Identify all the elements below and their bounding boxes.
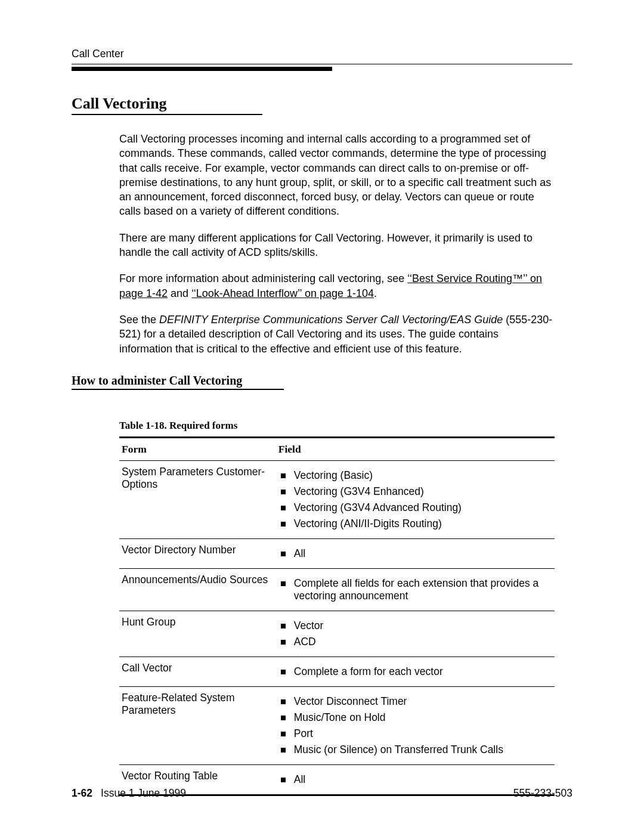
form-cell: Vector Directory Number (119, 538, 276, 568)
form-cell: Announcements/Audio Sources (119, 568, 276, 611)
text: For more information about administering… (119, 272, 407, 284)
form-cell: Call Vector (119, 657, 276, 686)
field-item: Music/Tone on Hold (278, 711, 552, 724)
field-item: Complete all fields for each extension t… (278, 577, 552, 602)
subsection-title: How to administer Call Vectoring (72, 374, 284, 390)
footer-left: 1-62Issue 1 June 1999 (72, 787, 186, 800)
field-cell: Vector Disconnect TimerMusic/Tone on Hol… (276, 686, 555, 764)
page-number: 1-62 (72, 787, 92, 799)
paragraph-4: See the DEFINITY Enterprise Communicatio… (119, 312, 555, 356)
col-header-field: Field (276, 437, 555, 460)
table-row: Announcements/Audio SourcesComplete all … (119, 568, 555, 611)
paragraph-3: For more information about administering… (119, 271, 555, 301)
running-header: Call Center (72, 48, 572, 64)
text: See the (119, 314, 159, 326)
field-item: Port (278, 727, 552, 740)
table-caption: Table 1-18. Required forms (119, 420, 555, 432)
section-title: Call Vectoring (72, 95, 262, 115)
field-item: Vectoring (G3V4 Enhanced) (278, 485, 552, 498)
header-rule (72, 67, 332, 71)
field-cell: Complete a form for each vector (276, 657, 555, 686)
field-cell: All (276, 538, 555, 568)
table-row: Call VectorComplete a form for each vect… (119, 657, 555, 686)
table-row: Feature-Related System ParametersVector … (119, 686, 555, 764)
field-item: Vectoring (Basic) (278, 469, 552, 482)
issue-text: Issue 1 June 1999 (101, 787, 186, 799)
doc-number: 555-233-503 (513, 787, 572, 800)
table-row: System Parameters Customer-OptionsVector… (119, 460, 555, 538)
field-item: All (278, 547, 552, 560)
link-look-ahead-interflow[interactable]: ‘‘Look-Ahead Interflow’’ on page 1-104 (191, 287, 374, 299)
required-forms-table-wrap: Table 1-18. Required forms Form Field Sy… (119, 420, 555, 796)
table-row: Vector Directory NumberAll (119, 538, 555, 568)
form-cell: Hunt Group (119, 611, 276, 657)
field-cell: Vectoring (Basic)Vectoring (G3V4 Enhance… (276, 460, 555, 538)
field-item: Vector Disconnect Timer (278, 695, 552, 708)
field-item: Vector (278, 620, 552, 632)
page-footer: 1-62Issue 1 June 1999 555-233-503 (72, 787, 572, 800)
field-item: Vectoring (G3V4 Advanced Routing) (278, 501, 552, 514)
field-cell: VectorACD (276, 611, 555, 657)
field-item: Music (or Silence) on Transferred Trunk … (278, 744, 552, 756)
table-row: Hunt GroupVectorACD (119, 611, 555, 657)
col-header-form: Form (119, 437, 276, 460)
field-cell: Complete all fields for each extension t… (276, 568, 555, 611)
field-item: Vectoring (ANI/II-Digits Routing) (278, 518, 552, 530)
required-forms-table: Form Field System Parameters Customer-Op… (119, 436, 555, 796)
text: and (168, 287, 191, 299)
guide-title: DEFINITY Enterprise Communications Serve… (159, 314, 503, 326)
text: . (374, 287, 377, 299)
field-item: All (278, 773, 552, 786)
document-page: Call Center Call Vectoring Call Vectorin… (0, 0, 644, 833)
form-cell: System Parameters Customer-Options (119, 460, 276, 538)
paragraph-1: Call Vectoring processes incoming and in… (119, 132, 555, 219)
body-text: Call Vectoring processes incoming and in… (119, 132, 555, 356)
field-item: Complete a form for each vector (278, 665, 552, 678)
field-item: ACD (278, 636, 552, 648)
form-cell: Feature-Related System Parameters (119, 686, 276, 764)
paragraph-2: There are many different applications fo… (119, 231, 555, 260)
